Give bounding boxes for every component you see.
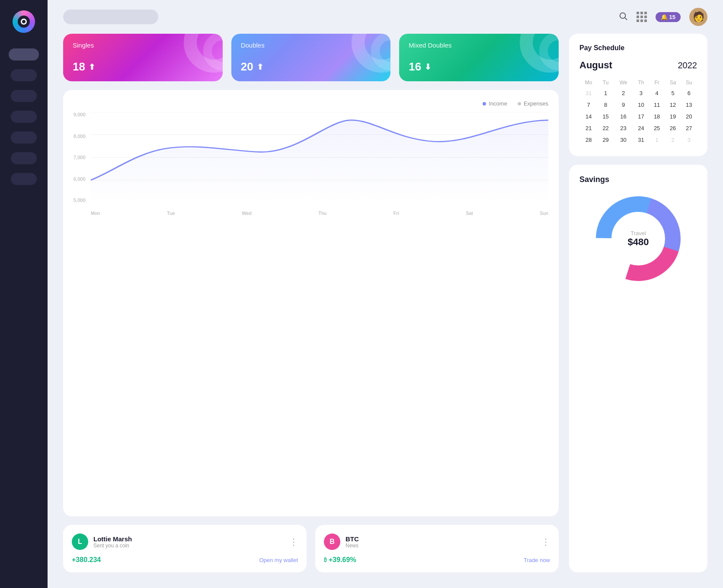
svg-point-3 [208,36,223,66]
content-area: Singles 18 ⬆ Doubles 20 ⬆ [48,34,723,588]
calendar-grid: Mo Tu We Th Fr Sa Su 31 [579,78,697,146]
transaction-lottie-header: L Lottie Marsh Sent you a coin ⋮ [72,534,298,550]
transaction-btc-header: B BTC News ⋮ [324,534,550,550]
stat-card-singles: Singles 18 ⬆ [63,34,223,81]
legend-expenses-label: Expenses [524,100,548,107]
doubles-arrow: ⬆ [257,62,263,72]
btc-name: BTC [346,535,359,543]
calendar-row-2: 7 8 9 10 11 12 13 [579,99,697,111]
transaction-lottie-info: L Lottie Marsh Sent you a coin [72,534,132,550]
search-bar[interactable] [63,10,158,24]
calendar-header: August 2022 [579,60,697,71]
transaction-btc-info: B BTC News [324,534,359,550]
donut-value: $480 [628,236,649,248]
left-panel: Singles 18 ⬆ Doubles 20 ⬆ [63,34,559,572]
sidebar-logo-inner [18,16,30,28]
lottie-amount: +380.234 [72,556,101,564]
sidebar-item-6[interactable] [11,152,37,164]
chart-legend: Income Expenses [74,100,548,107]
sidebar-logo[interactable] [13,10,35,33]
btc-menu-icon[interactable]: ⋮ [541,537,550,547]
header: 🔔 15 🧑 [48,0,723,34]
savings-title: Savings [579,175,609,184]
doubles-title: Doubles [241,42,381,49]
btc-sub: News [346,543,359,549]
sidebar-item-2[interactable] [11,69,37,81]
pay-schedule-title: Pay Schedule [579,44,697,52]
stat-cards: Singles 18 ⬆ Doubles 20 ⬆ [63,34,559,81]
transaction-btc: B BTC News ⋮ ₿ +39.69% [315,525,559,572]
transaction-row: L Lottie Marsh Sent you a coin ⋮ +380.23… [63,525,559,572]
donut-center: Travel $480 [628,230,649,248]
pay-schedule-card: Pay Schedule August 2022 Mo Tu We Th [569,34,707,156]
lottie-avatar: L [72,534,88,550]
calendar-row-1: 31 1 2 3 4 5 6 [579,87,697,99]
legend-income: Income [483,100,507,107]
stat-card-mixed: Mixed Doubles 16 ⬇ [399,34,559,81]
grid-icon[interactable] [637,12,647,22]
calendar-day-headers: Mo Tu We Th Fr Sa Su [579,78,697,87]
calendar-row-5: 28 29 30 31 1 2 3 [579,134,697,146]
btc-link[interactable]: Trade now [524,557,550,563]
stat-card-doubles: Doubles 20 ⬆ [231,34,391,81]
singles-arrow: ⬆ [89,62,95,72]
chart-card: Income Expenses 9,000 8,000 7,000 6,000 … [63,90,559,516]
mixed-title: Mixed Doubles [409,42,549,49]
chart-svg-container [91,112,548,203]
user-avatar[interactable]: 🧑 [689,8,707,26]
calendar-table: Mo Tu We Th Fr Sa Su 31 [579,78,697,146]
btc-amount: ₿ +39.69% [324,556,356,564]
btc-icon: ₿ [324,557,327,563]
savings-card: Savings Travel [569,165,707,572]
sidebar-item-7[interactable] [11,173,37,185]
legend-income-label: Income [489,100,507,107]
calendar-row-4: 21 22 23 24 25 26 27 [579,122,697,134]
right-panel: Pay Schedule August 2022 Mo Tu We Th [569,34,707,572]
transaction-lottie-footer: +380.234 Open my wallet [72,556,298,564]
lottie-sub: Sent you a coin [93,543,132,549]
legend-expenses-dot [518,102,521,105]
header-right: 🔔 15 🧑 [618,8,707,26]
lottie-name: Lottie Marsh [93,535,132,543]
chart-x-labels: Mon Tue Wed Thu Fri Sat Sun [91,211,548,216]
svg-line-1 [625,18,627,20]
search-icon[interactable] [618,11,628,23]
sidebar-item-3[interactable] [11,90,37,102]
legend-expenses: Expenses [518,100,548,107]
svg-point-5 [375,36,390,66]
svg-point-7 [544,36,559,66]
singles-title: Singles [73,42,213,49]
mixed-arrow: ⬇ [425,62,431,72]
lottie-details: Lottie Marsh Sent you a coin [93,535,132,549]
notification-badge[interactable]: 🔔 15 [656,12,681,22]
avatar-emoji: 🧑 [693,11,704,22]
calendar-row-3: 14 15 16 17 18 19 20 [579,111,697,122]
sidebar-item-5[interactable] [11,131,37,144]
sidebar-item-4[interactable] [11,111,37,123]
chart-y-labels: 9,000 8,000 7,000 6,000 5,000 [74,112,89,203]
donut-chart: Travel $480 [591,191,686,286]
lottie-menu-icon[interactable]: ⋮ [289,537,298,547]
transaction-btc-footer: ₿ +39.69% Trade now [324,556,550,564]
sidebar-logo-dot [21,19,27,25]
notification-count: 15 [669,14,675,20]
svg-point-0 [620,13,625,18]
btc-avatar: B [324,534,340,550]
calendar-month: August [579,60,612,71]
sidebar-item-home[interactable] [9,48,39,61]
sidebar [0,0,48,588]
chart-area: 9,000 8,000 7,000 6,000 5,000 [74,112,548,216]
calendar-year: 2022 [678,61,697,70]
btc-details: BTC News [346,535,359,549]
lottie-link[interactable]: Open my wallet [259,557,298,563]
legend-income-dot [483,102,486,105]
notification-icon: 🔔 [661,14,668,20]
transaction-lottie: L Lottie Marsh Sent you a coin ⋮ +380.23… [63,525,307,572]
main-area: 🔔 15 🧑 Singles [48,0,723,588]
donut-label: Travel [628,230,649,236]
